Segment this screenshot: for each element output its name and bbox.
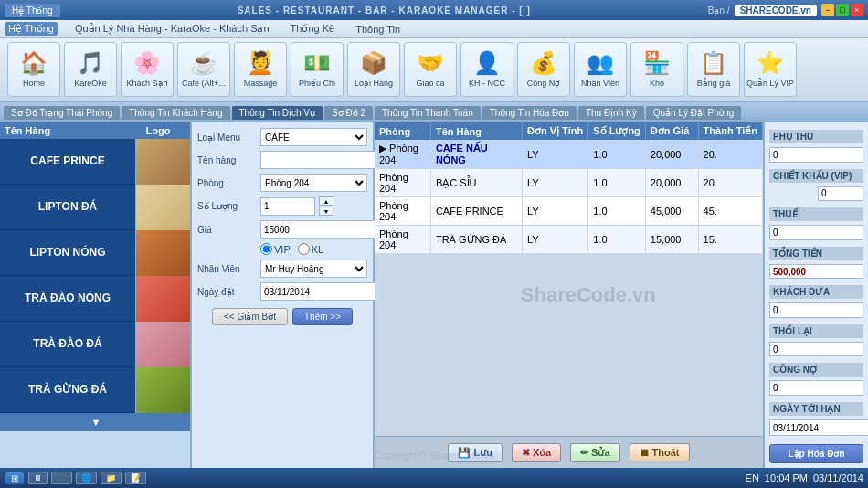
radio-vip-input[interactable] [260,243,272,255]
sua-button[interactable]: ✏Sửa [570,443,619,462]
product-logo [135,322,190,367]
product-item-trà-đào-nóng[interactable]: TRÀ ĐÀO NÓNG [0,276,190,322]
col-ten-hang: Tên Hàng [430,122,522,140]
menu-bar: Hệ Thống Quản Lý Nhà Hàng - KaraOke - Kh… [0,20,868,38]
nhan-vien-select[interactable]: Mr Huy Hoàng [260,260,367,278]
menu-item-thong-tin[interactable]: Thông Tin [352,23,404,36]
them-button[interactable]: Thêm >> [292,308,353,325]
toolbar-btn-massage[interactable]: 💆Massage [234,42,287,97]
thoi-lai-label: THỐI LẠI [769,324,863,338]
toolbar-btn-quan-ly-vip[interactable]: ⭐Quản Lý VIP [744,42,797,97]
cell-ten-hang: BẠC SỈU [430,169,522,197]
scroll-down-arrow[interactable]: ▼ [0,413,192,431]
product-item-trà-gừng-đá[interactable]: TRÀ GỪNG ĐÁ [0,367,190,413]
toolbar-btn-nhan-vien[interactable]: 👥Nhân Viên [574,42,627,97]
loai-menu-select[interactable]: CAFE [260,128,367,146]
col-phong: Phòng [375,122,430,140]
radio-kl-input[interactable] [298,243,310,255]
taskbar-app-4[interactable]: 📁 [101,472,122,484]
product-item-trà-đào-đá[interactable]: TRÀ ĐÀO ĐÁ [0,322,190,367]
luu-button[interactable]: 💾Lưu [448,443,502,462]
giao-ca-label: Giao ca [416,79,444,89]
xoa-icon: ✖ [522,447,530,459]
tab-he-thong[interactable]: Hệ Thống [5,4,60,17]
subtab-thông-tin-hóa-đơn[interactable]: Thông Tin Hóa Đơn [482,106,577,120]
subtab-thu-định-kỳ[interactable]: Thu Định Kỳ [578,106,644,120]
toolbar-btn-karaoke[interactable]: 🎵KareOke [64,42,117,97]
cell-dvt: LY [522,226,587,254]
toolbar-btn-phieu-chi[interactable]: 💵Phiếu Chi [291,42,344,97]
taskbar-app-2[interactable]: 🎵 [51,472,72,484]
phong-select[interactable]: Phòng 204 [260,174,367,192]
table-row[interactable]: ▶ Phòng 204 CAFE NẤU NÓNG LY 1.0 20,000 … [375,140,763,169]
giam-bot-button[interactable]: << Giảm Bớt [212,308,288,325]
thoi-lai-input[interactable] [769,342,863,357]
toolbar-btn-bang-gia[interactable]: 📋Bảng giá [687,42,740,97]
data-table: Phòng Tên Hàng Đơn Vị Tính Số Lượng Đơn … [375,122,763,436]
gia-input[interactable] [260,220,384,239]
toolbar-btn-cafe[interactable]: ☕Cafe (Alt+... [177,42,230,97]
ngay-dat-input[interactable] [260,282,384,301]
cell-don-gia: 15,000 [645,226,698,254]
so-luong-down-button[interactable]: ▼ [319,207,333,216]
col-sl: Số Lượng [588,122,646,140]
toolbar-btn-giao-ca[interactable]: 🤝Giao ca [404,42,457,97]
lap-hoa-don-button[interactable]: Lập Hóa Đơn [769,444,863,463]
taskbar-right: EN 10:04 PM 03/11/2014 [746,472,863,483]
toolbar-btn-loai-hang[interactable]: 📦Loại Hàng [347,42,400,97]
phu-thu-input[interactable] [769,147,863,163]
tong-tien-input[interactable] [769,264,863,280]
product-name: TRÀ ĐÀO ĐÁ [0,333,135,356]
kho-icon: 🏪 [643,50,671,76]
cong-no-input[interactable] [769,380,863,396]
cell-thanh-tien: 20. [698,140,762,169]
cafe-label: Cafe (Alt+... [182,79,226,89]
taskbar-app-3[interactable]: 🌐 [76,472,97,484]
sua-label: Sửa [591,447,609,459]
luu-label: Lưu [473,447,492,459]
taskbar-app-5[interactable]: 📝 [125,472,146,484]
cell-don-gia: 45,000 [645,197,698,226]
taskbar-app-1[interactable]: 🖥 [28,472,48,484]
product-item-cafe-prince[interactable]: CAFE PRINCE [0,139,190,185]
so-luong-up-button[interactable]: ▲ [319,196,333,206]
ngay-toi-han-input[interactable] [769,419,868,436]
subtab-sơ-đồ-2[interactable]: Sơ Đồ 2 [324,106,373,120]
khach-san-icon: 🌸 [133,50,161,76]
product-item-lipton-đá[interactable]: LIPTON ĐÁ [0,185,190,230]
chiet-khau-input[interactable] [818,186,863,202]
subtab-thông-tin-dịch-vụ[interactable]: Thông Tin Dịch Vụ [232,106,323,120]
minimize-button[interactable]: − [821,4,834,16]
subtab-quản-lý-đặt-phòng[interactable]: Quản Lý Đặt Phòng [646,106,742,120]
thue-input[interactable] [769,225,863,240]
date-display: 03/11/2014 [813,472,863,483]
thoat-button[interactable]: ⏹Thoát [630,443,690,461]
maximize-button[interactable]: □ [836,4,849,16]
subtab-sơ-đồ-trạng-thái-phòng[interactable]: Sơ Đồ Trạng Thái Phòng [4,106,120,120]
toolbar-btn-kho[interactable]: 🏪Kho [630,42,683,97]
start-button[interactable]: ⊞ [5,472,25,485]
ten-hang-input[interactable] [260,151,384,169]
toolbar-btn-cong-no[interactable]: 💰Công Nợ [517,42,570,97]
main-content: Tên Hàng Logo CAFE PRINCELIPTON ĐÁLIPTON… [0,122,868,468]
table-row[interactable]: Phòng 204 CAFE PRINCE LY 1.0 45,000 45. [375,197,763,226]
close-button[interactable]: × [851,4,863,16]
product-item-lipton-nóng[interactable]: LIPTON NÓNG [0,230,190,276]
subtab-thông-tin-khách-hàng[interactable]: Thông Tin Khách Hàng [122,106,229,120]
radio-vip[interactable]: VIP [260,243,291,255]
xoa-button[interactable]: ✖Xóa [512,443,561,462]
toolbar-btn-khach-san[interactable]: 🌸Khách Sạn [121,42,174,97]
table-row[interactable]: Phòng 204 TRÀ GỪNG ĐÁ LY 1.0 15,000 15. [375,226,763,254]
toolbar-btn-home[interactable]: 🏠Home [7,42,60,97]
app-title: SALES - RESTAURANT - BAR - KARAOKE MANAG… [238,5,531,16]
menu-item-thong-ke[interactable]: Thống Kê [287,22,339,36]
khach-dua-input[interactable] [769,302,863,318]
subtab-thông-tin-thanh-toán[interactable]: Thông Tin Thanh Toán [375,106,481,120]
toolbar-btn-kh-ncc[interactable]: 👤KH - NCC [460,42,513,97]
form-button-row: << Giảm Bớt Thêm >> [197,308,367,325]
radio-kl[interactable]: KL [298,243,323,255]
menu-item-he-thong[interactable]: Hệ Thống [5,22,58,36]
menu-item-quan-ly[interactable]: Quản Lý Nhà Hàng - KaraOke - Khách Sạn [71,22,273,36]
so-luong-input[interactable] [260,197,315,216]
table-row[interactable]: Phòng 204 BẠC SỈU LY 1.0 20,000 20. [375,169,763,197]
